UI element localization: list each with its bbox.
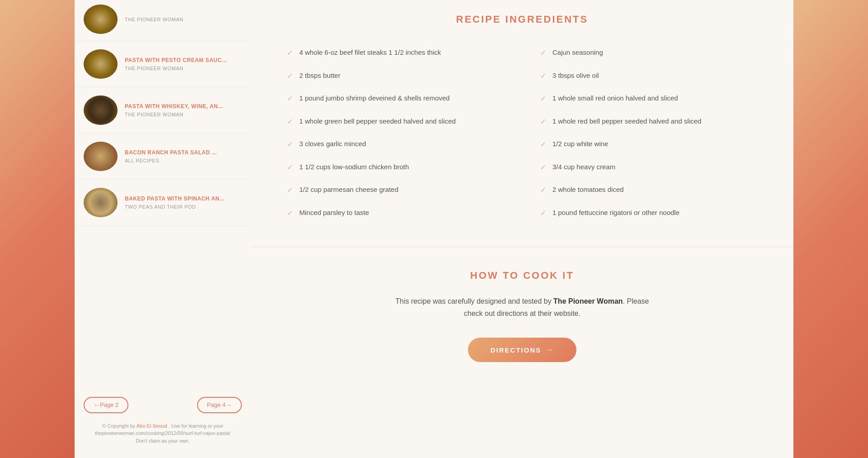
check-icon: ✓ bbox=[287, 48, 293, 57]
ingredient-text: 2 tbsps butter bbox=[299, 71, 340, 81]
recipe-source: THE PIONEER WOMAN bbox=[125, 17, 242, 22]
left-gradient-panel bbox=[0, 0, 75, 458]
right-arrow-icon: → bbox=[226, 401, 232, 409]
check-icon: ✓ bbox=[540, 209, 546, 217]
recipe-source: ALL RECIPES bbox=[125, 158, 242, 163]
recipe-item-top[interactable]: THE PIONEER WOMAN bbox=[75, 0, 251, 41]
ingredients-grid: ✓ 4 whole 6-oz beef filet steaks 1 1/2 i… bbox=[287, 41, 757, 224]
recipe-source: TWO PEAS AND THEIR POD bbox=[125, 204, 242, 210]
ingredients-title: RECIPE INGREDIENTS bbox=[287, 14, 757, 25]
recipe-title: BACON RANCH PASTA SALAD ... bbox=[125, 149, 242, 157]
ingredient-text: 1 whole red bell pepper seeded halved an… bbox=[552, 116, 701, 127]
prev-page-button[interactable]: ← Page 2 bbox=[84, 397, 128, 413]
ingredient-text: 1/2 cup white wine bbox=[552, 139, 608, 149]
recipe-info: PASTA WITH PESTO CREAM SAUC... THE PIONE… bbox=[125, 57, 242, 72]
ingredient-text: 1 whole small red onion halved and slice… bbox=[552, 93, 678, 104]
check-icon: ✓ bbox=[287, 117, 293, 126]
check-icon: ✓ bbox=[540, 163, 546, 172]
copyright-text: © Copyright by Abo El-Seoud . Use for le… bbox=[84, 422, 242, 445]
ingredient-item: ✓ 1/2 cup white wine bbox=[540, 133, 757, 156]
ingredient-text: Minced parsley to taste bbox=[299, 208, 369, 218]
main-content: RECIPE INGREDIENTS ✓ 4 whole 6-oz beef f… bbox=[251, 0, 793, 458]
ingredient-item: ✓ 3 cloves garlic minced bbox=[287, 133, 504, 156]
recipe-title: BAKED PASTA WITH SPINACH AN... bbox=[125, 196, 242, 203]
recipe-list: THE PIONEER WOMAN PASTA WITH PESTO CREAM… bbox=[75, 0, 251, 388]
recipe-title: PASTA WITH WHISKEY, WINE, AN... bbox=[125, 103, 242, 110]
check-icon: ✓ bbox=[287, 72, 293, 80]
cook-section: HOW TO COOK IT This recipe was carefully… bbox=[251, 247, 793, 389]
ingredient-text: 3/4 cup heavy cream bbox=[552, 162, 615, 172]
ingredient-item: ✓ 1 pound jumbo shrimp deveined & shells… bbox=[287, 87, 504, 110]
recipe-thumbnail bbox=[84, 5, 118, 34]
recipe-info: BAKED PASTA WITH SPINACH AN... TWO PEAS … bbox=[125, 196, 242, 210]
ingredients-right-column: ✓ Cajun seasoning ✓ 3 tbsps olive oil ✓ … bbox=[540, 41, 757, 224]
recipe-info: THE PIONEER WOMAN bbox=[125, 17, 242, 22]
recipe-info: PASTA WITH WHISKEY, WINE, AN... THE PION… bbox=[125, 103, 242, 118]
arrow-right-icon: → bbox=[546, 346, 554, 354]
check-icon: ✓ bbox=[540, 94, 546, 103]
ingredient-text: 2 whole tomatoes diced bbox=[552, 185, 624, 195]
list-item[interactable]: BAKED PASTA WITH SPINACH AN... TWO PEAS … bbox=[75, 180, 251, 226]
check-icon: ✓ bbox=[287, 94, 293, 103]
list-item[interactable]: PASTA WITH WHISKEY, WINE, AN... THE PION… bbox=[75, 87, 251, 134]
ingredient-item: ✓ 1 1/2 cups low-sodium chicken broth bbox=[287, 156, 504, 179]
ingredient-item: ✓ 2 whole tomatoes diced bbox=[540, 178, 757, 201]
ingredient-item: ✓ 1 whole green bell pepper seeded halve… bbox=[287, 110, 504, 133]
right-gradient-panel bbox=[793, 0, 868, 458]
ingredient-item: ✓ 3/4 cup heavy cream bbox=[540, 156, 757, 179]
check-icon: ✓ bbox=[287, 140, 293, 148]
ingredient-item: ✓ Minced parsley to taste bbox=[287, 201, 504, 224]
list-item[interactable]: PASTA WITH PESTO CREAM SAUC... THE PIONE… bbox=[75, 41, 251, 87]
recipe-thumbnail bbox=[84, 49, 118, 79]
recipe-thumbnail bbox=[84, 142, 118, 171]
author-link[interactable]: Abo El-Seoud bbox=[137, 423, 167, 429]
ingredient-text: 3 cloves garlic minced bbox=[299, 139, 366, 149]
ingredient-item: ✓ 1/2 cup parmesan cheese grated bbox=[287, 178, 504, 201]
recipe-info: BACON RANCH PASTA SALAD ... ALL RECIPES bbox=[125, 149, 242, 164]
ingredient-text: 1 pound jumbo shrimp deveined & shells r… bbox=[299, 93, 450, 104]
list-item[interactable]: BACON RANCH PASTA SALAD ... ALL RECIPES bbox=[75, 134, 251, 180]
check-icon: ✓ bbox=[540, 117, 546, 126]
ingredient-item: ✓ 1 pound fettuccine rigatoni or other n… bbox=[540, 201, 757, 224]
check-icon: ✓ bbox=[287, 163, 293, 172]
recipe-source: THE PIONEER WOMAN bbox=[125, 112, 242, 117]
recipe-source: THE PIONEER WOMAN bbox=[125, 66, 242, 71]
site-url: thepioneerwoman.com/cooking/2012/09/surf… bbox=[95, 430, 231, 436]
ingredient-item: ✓ Cajun seasoning bbox=[540, 41, 757, 64]
cook-description: This recipe was carefully designed and t… bbox=[387, 295, 658, 320]
ingredient-item: ✓ 1 whole small red onion halved and sli… bbox=[540, 87, 757, 110]
recipe-title: PASTA WITH PESTO CREAM SAUC... bbox=[125, 57, 242, 64]
cook-section-title: HOW TO COOK IT bbox=[287, 270, 757, 281]
next-page-button[interactable]: Page 4 → bbox=[197, 397, 242, 413]
check-icon: ✓ bbox=[540, 140, 546, 148]
ingredient-text: 3 tbsps olive oil bbox=[552, 71, 599, 81]
check-icon: ✓ bbox=[540, 72, 546, 80]
ingredient-text: 1 1/2 cups low-sodium chicken broth bbox=[299, 162, 409, 172]
ingredient-text: 1 pound fettuccine rigatoni or other noo… bbox=[552, 208, 679, 218]
ingredient-item: ✓ 2 tbsps butter bbox=[287, 64, 504, 87]
ingredients-left-column: ✓ 4 whole 6-oz beef filet steaks 1 1/2 i… bbox=[287, 41, 504, 224]
ingredient-text: 4 whole 6-oz beef filet steaks 1 1/2 inc… bbox=[299, 48, 441, 58]
ingredient-item: ✓ 1 whole red bell pepper seeded halved … bbox=[540, 110, 757, 133]
ingredient-text: 1 whole green bell pepper seeded halved … bbox=[299, 116, 456, 127]
check-icon: ✓ bbox=[287, 209, 293, 217]
ingredients-section: RECIPE INGREDIENTS ✓ 4 whole 6-oz beef f… bbox=[251, 0, 793, 247]
cook-author: The Pioneer Woman bbox=[553, 297, 623, 305]
recipe-thumbnail bbox=[84, 188, 118, 217]
ingredient-text: Cajun seasoning bbox=[552, 48, 603, 58]
ingredient-item: ✓ 4 whole 6-oz beef filet steaks 1 1/2 i… bbox=[287, 41, 504, 64]
left-arrow-icon: ← bbox=[94, 401, 100, 409]
check-icon: ✓ bbox=[540, 48, 546, 57]
ingredient-text: 1/2 cup parmesan cheese grated bbox=[299, 185, 398, 195]
sidebar-footer: ← Page 2 Page 4 → © Copyright by Abo El-… bbox=[75, 388, 251, 449]
check-icon: ✓ bbox=[287, 186, 293, 194]
ingredient-item: ✓ 3 tbsps olive oil bbox=[540, 64, 757, 87]
directions-button[interactable]: DIRECTIONS → bbox=[468, 338, 577, 362]
recipe-thumbnail bbox=[84, 95, 118, 125]
check-icon: ✓ bbox=[540, 186, 546, 194]
sidebar: THE PIONEER WOMAN PASTA WITH PESTO CREAM… bbox=[75, 0, 251, 458]
pagination: ← Page 2 Page 4 → bbox=[84, 397, 242, 413]
